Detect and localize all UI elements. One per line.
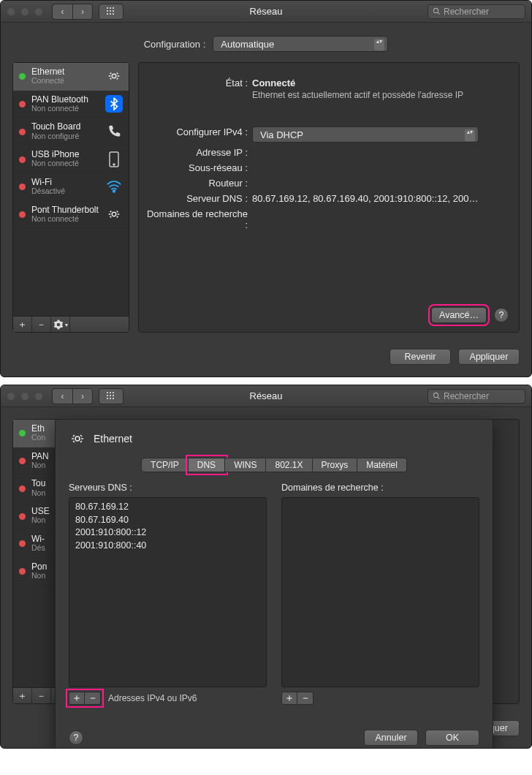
domain-remove-button[interactable]: － <box>297 692 314 705</box>
dns-add-button[interactable]: ＋ <box>69 692 85 705</box>
apply-button[interactable]: Appliquer <box>458 349 520 365</box>
close-dot[interactable] <box>7 392 15 401</box>
show-all-button[interactable] <box>99 4 123 20</box>
svg-rect-22 <box>107 398 108 399</box>
forward-button[interactable]: › <box>72 388 93 404</box>
dns-servers-label: Serveurs DNS : <box>69 483 267 493</box>
iphone-icon <box>105 151 123 168</box>
remove-interface-button[interactable]: － <box>32 317 51 333</box>
svg-point-27 <box>75 436 80 441</box>
search-placeholder: Rechercher <box>444 391 489 401</box>
svg-rect-16 <box>107 392 108 393</box>
configuration-popup[interactable]: Automatique ▴▾ <box>213 36 388 52</box>
sidebar-item-bluetooth[interactable]: PAN Bluetooth Non connecté <box>13 91 129 118</box>
svg-point-9 <box>433 8 438 12</box>
search-domains-label: Domaines de recherche : <box>146 208 252 230</box>
window-network-2: ‹ › Réseau Rechercher EthCon PANNon <box>0 385 532 749</box>
interfaces-sidebar: Ethernet Connecté PAN Bluetooth Non conn… <box>12 62 129 333</box>
svg-rect-17 <box>110 392 111 393</box>
search-domains-listbox[interactable] <box>281 497 479 687</box>
ip-address-label: Adresse IP : <box>146 147 252 158</box>
search-domains-label: Domaines de recherche : <box>281 483 479 493</box>
subnet-label: Sous-réseau : <box>146 162 252 173</box>
search-input[interactable]: Rechercher <box>428 389 525 404</box>
advanced-button[interactable]: Avancé… <box>431 307 487 323</box>
tab-tcpip[interactable]: TCP/IP <box>141 458 189 472</box>
back-button[interactable]: ‹ <box>52 388 72 404</box>
zoom-dot[interactable] <box>34 7 43 16</box>
sidebar-item-ethernet[interactable]: Ethernet Connecté <box>13 63 129 91</box>
minimize-dot[interactable] <box>20 7 29 16</box>
tab-8021x[interactable]: 802.1X <box>266 458 312 472</box>
actions-menu-button[interactable]: ▾ <box>51 317 70 333</box>
address-hint: Adresses IPv4 ou IPv6 <box>108 693 197 703</box>
sidebar-item-touchboard[interactable]: Touch Board Non configuré <box>13 118 129 145</box>
sheet-interface-name: Ethernet <box>94 433 132 445</box>
cancel-button[interactable]: Annuler <box>364 730 418 746</box>
svg-rect-5 <box>113 10 114 12</box>
minimize-dot[interactable] <box>20 392 29 401</box>
wifi-icon <box>105 178 123 195</box>
remove-interface-button[interactable]: － <box>32 688 51 704</box>
add-interface-button[interactable]: ＋ <box>13 317 32 333</box>
sidebar-item-wifi[interactable]: Wi-Fi Désactivé <box>13 173 129 201</box>
status-dot <box>19 101 26 107</box>
search-placeholder: Rechercher <box>444 7 489 17</box>
revert-button[interactable]: Revenir <box>390 349 451 365</box>
ethernet-icon <box>69 430 86 447</box>
svg-rect-2 <box>113 7 114 9</box>
dns-servers-listbox[interactable]: 80.67.169.12 80.67.169.40 2001:910:800::… <box>69 497 267 687</box>
titlebar: ‹ › Réseau Rechercher <box>1 1 531 23</box>
status-dot <box>19 184 26 190</box>
status-dot <box>19 156 26 163</box>
ethernet-icon <box>105 205 123 223</box>
svg-rect-23 <box>110 398 111 399</box>
traffic-lights <box>7 392 43 401</box>
configuration-label: Configuration : <box>144 39 206 50</box>
svg-rect-18 <box>113 392 114 393</box>
router-label: Routeur : <box>146 178 252 189</box>
svg-point-13 <box>113 164 115 165</box>
help-button[interactable]: ? <box>494 308 509 322</box>
ok-button[interactable]: OK <box>425 730 479 746</box>
tab-proxys[interactable]: Proxys <box>313 458 358 472</box>
svg-rect-4 <box>110 10 111 12</box>
svg-rect-0 <box>107 7 108 9</box>
back-button[interactable]: ‹ <box>52 4 72 20</box>
svg-rect-7 <box>110 13 111 15</box>
sidebar-item-thunderbolt[interactable]: Pont Thunderbolt Non connecté <box>13 201 129 229</box>
status-dot <box>19 211 26 218</box>
tab-dns[interactable]: DNS <box>189 458 225 472</box>
state-value: Connecté <box>252 78 295 88</box>
interface-details: État : Connecté Ethernet est actuellemen… <box>138 62 520 333</box>
svg-rect-20 <box>110 395 111 396</box>
show-all-button[interactable] <box>99 388 123 404</box>
svg-point-25 <box>433 393 438 397</box>
ethernet-icon <box>105 67 123 85</box>
configure-ipv4-popup[interactable]: Via DHCP ▴▾ <box>252 126 479 143</box>
titlebar: ‹ › Réseau Rechercher <box>1 385 531 407</box>
phone-icon <box>105 123 123 140</box>
svg-rect-8 <box>113 13 114 15</box>
domain-add-remove: ＋ － <box>281 692 314 705</box>
dns-remove-button[interactable]: － <box>85 692 101 705</box>
state-description: Ethernet est actuellement actif et possè… <box>252 90 507 100</box>
tab-hardware[interactable]: Matériel <box>357 458 407 472</box>
zoom-dot[interactable] <box>34 392 43 401</box>
svg-rect-24 <box>113 398 114 399</box>
dns-server-label: Serveur DNS : <box>146 193 252 204</box>
domain-add-button[interactable]: ＋ <box>281 692 297 705</box>
sidebar-item-usbiphone[interactable]: USB iPhone Non connecté <box>13 145 129 173</box>
advanced-sheet: Ethernet TCP/IP DNS WINS 802.1X Proxys M… <box>55 419 493 749</box>
forward-button[interactable]: › <box>72 4 93 20</box>
close-dot[interactable] <box>7 7 15 16</box>
search-input[interactable]: Rechercher <box>428 4 525 19</box>
status-dot <box>19 129 26 135</box>
dns-add-remove: ＋ － <box>69 692 101 705</box>
svg-rect-3 <box>107 10 108 12</box>
svg-point-15 <box>112 212 116 216</box>
add-interface-button[interactable]: ＋ <box>13 688 32 704</box>
svg-rect-21 <box>113 395 114 396</box>
tab-wins[interactable]: WINS <box>225 458 266 472</box>
help-button[interactable]: ? <box>69 730 83 745</box>
